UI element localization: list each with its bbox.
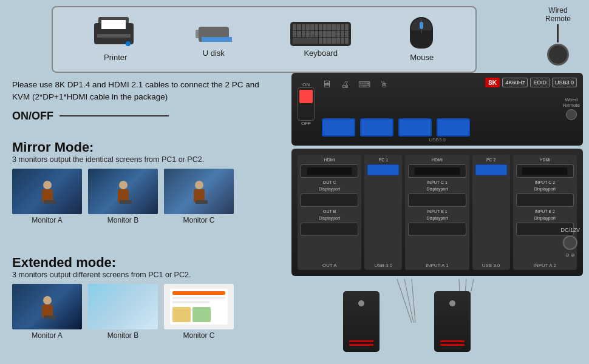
output-a-label: OUT A xyxy=(322,263,337,268)
output-c-label: OUT C xyxy=(301,180,358,184)
extended-screen-a xyxy=(12,284,82,329)
wired-remote-circle xyxy=(566,109,577,120)
pc2-usb-label: USB 3.0 xyxy=(482,263,500,268)
pc-tower-left xyxy=(340,291,383,352)
printer-label: Printer xyxy=(104,53,127,62)
mirror-monitor-b: Monitor B xyxy=(88,169,158,224)
input-c2-hdmi-label: HDMI xyxy=(516,158,574,162)
remote-plug-icon xyxy=(547,44,569,66)
output-dp-c-port xyxy=(301,194,358,207)
keyboard-status-icon: ⌨ xyxy=(358,79,370,89)
usb-port-1 xyxy=(322,118,355,136)
instruction-text: Please use 8K DP1.4 and HDMI 2.1 cables … xyxy=(12,79,267,104)
printer-icon xyxy=(94,17,137,50)
svg-line-2 xyxy=(412,279,415,323)
toggle-knob xyxy=(299,90,313,103)
extended-screen-c xyxy=(164,284,234,329)
output-b-label: OUT B xyxy=(301,209,358,214)
extended-mode-title: Extended mode: xyxy=(12,255,267,271)
input-c2-label: INPUT C 2 xyxy=(516,180,574,184)
monitor-status-icon: 🖥 xyxy=(322,79,332,90)
mirror-monitor-a-label: Monitor A xyxy=(32,216,63,224)
input-c1-hdmi-port xyxy=(408,164,466,178)
kvm-ports-grid: HDMI OUT C Displayport OUT B Displayport… xyxy=(298,155,577,270)
dc-port xyxy=(563,235,577,250)
mirror-monitor-c: Monitor C xyxy=(164,169,234,224)
mirror-screen-a xyxy=(12,169,82,214)
mirror-screen-c xyxy=(164,169,234,214)
toggle-on-label: ON xyxy=(302,82,310,87)
extended-monitor-b: Monitor B xyxy=(88,284,158,340)
left-content: Please use 8K DP1.4 and HDMI 2.1 cables … xyxy=(12,79,267,126)
tower-body-right xyxy=(434,291,471,352)
mirror-mode-title: Mirror Mode: xyxy=(12,140,267,155)
pc-towers-area xyxy=(291,279,583,352)
pc1-port-group: PC 1 USB 3.0 xyxy=(364,155,402,270)
svg-line-0 xyxy=(397,279,412,323)
mirror-monitor-row: Monitor A Monitor B xyxy=(12,169,267,224)
input-b1-dp-label: Displayport xyxy=(408,216,466,220)
output-dp-label-b: Displayport xyxy=(301,216,358,220)
extended-monitor-row: Monitor A Monitor B xyxy=(12,284,267,340)
input-a1-label: INPUT A 1 xyxy=(426,263,448,268)
dc-polarity: ⊝ ⊕ xyxy=(565,252,575,258)
wired-remote-front-label: WiredRemote xyxy=(563,97,580,108)
input-c2-hdmi-port xyxy=(516,164,574,178)
wired-remote-top-area: Wired Remote xyxy=(545,6,571,66)
input-c1-dp-port xyxy=(408,194,466,207)
mirror-monitor-a: Monitor A xyxy=(12,169,82,224)
mirror-mode-section: Mirror Mode: 3 monitors output the ident… xyxy=(12,140,267,228)
output-dp-b-port xyxy=(301,223,358,236)
udisk-label: U disk xyxy=(203,49,225,58)
tower-body-left xyxy=(343,291,380,352)
usb-port-2 xyxy=(360,118,393,136)
output-hdmi-label: HDMI xyxy=(301,158,358,162)
kvm-status-icons: 🖥 🖨 ⌨ 🖱 xyxy=(322,79,510,90)
wired-label: Wired xyxy=(548,6,567,15)
extended-monitor-a: Monitor A xyxy=(12,284,82,340)
mirror-monitor-c-label: Monitor C xyxy=(183,216,214,224)
kvm-switch-toggle[interactable]: ON OFF xyxy=(298,82,315,126)
output-port-group: HDMI OUT C Displayport OUT B Displayport… xyxy=(298,155,361,270)
pc1-label: PC 1 xyxy=(367,158,399,162)
keyboard-icon xyxy=(290,22,351,46)
extended-mode-subtitle: 3 monitors output different screens from… xyxy=(12,271,267,279)
svg-line-1 xyxy=(404,279,414,323)
usb-port-4 xyxy=(437,118,470,136)
dc-label: DC/12V xyxy=(560,227,580,233)
toggle-off-label: OFF xyxy=(301,121,311,126)
input-c1-label: INPUT C 1 xyxy=(408,180,466,184)
extended-mode-section: Extended mode: 3 monitors output differe… xyxy=(12,255,267,343)
extended-screen-b xyxy=(88,284,158,329)
input-b1-label: INPUT B 1 xyxy=(408,209,466,214)
input-c1-dp-label: Displayport xyxy=(408,187,466,191)
onoff-line xyxy=(60,115,169,116)
tower-button-right xyxy=(449,300,455,306)
extended-monitor-c-label: Monitor C xyxy=(183,331,214,340)
kvm-bottom-unit: HDMI OUT C Displayport OUT B Displayport… xyxy=(291,149,583,276)
tower-button-left xyxy=(358,300,364,306)
mouse-status-icon: 🖱 xyxy=(380,79,388,89)
extended-monitor-a-label: Monitor A xyxy=(32,331,63,340)
mirror-mode-subtitle: 3 monitors output the identical screens … xyxy=(12,155,267,164)
pc-tower-right xyxy=(431,291,474,352)
badge-edid: EDID xyxy=(530,78,550,87)
peripheral-keyboard: Keyboard xyxy=(290,22,351,58)
output-dp-label-c: Displayport xyxy=(301,187,358,191)
pc2-port-group: PC 2 USB 3.0 xyxy=(472,155,510,270)
peripherals-box: Printer U disk Keyboard xyxy=(52,6,477,73)
input-b1-dp-port xyxy=(408,223,466,236)
printer-status-icon: 🖨 xyxy=(341,79,349,89)
pc1-usb-port xyxy=(367,164,399,175)
onoff-text: ON/OFF xyxy=(12,110,53,123)
mouse-icon xyxy=(410,17,434,50)
wired-remote-front: WiredRemote xyxy=(563,97,580,120)
peripheral-udisk: U disk xyxy=(196,22,232,58)
input1-port-group: HDMI INPUT C 1 Displayport INPUT B 1 Dis… xyxy=(405,155,469,270)
mouse-label: Mouse xyxy=(410,53,434,62)
onoff-label: ON/OFF xyxy=(12,110,267,123)
input-c2-dp-port xyxy=(516,194,574,207)
kvm-top-unit: 8K 4K60Hz EDID USB3.0 ON OFF 🖥 🖨 ⌨ 🖱 USB xyxy=(291,73,583,146)
mirror-monitor-b-label: Monitor B xyxy=(107,216,138,224)
toggle-body[interactable] xyxy=(298,87,315,121)
